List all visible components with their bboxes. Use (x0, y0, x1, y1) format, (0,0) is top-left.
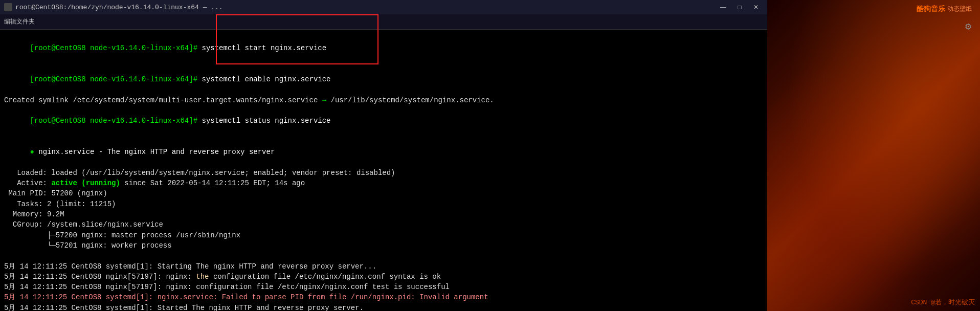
terminal-window: root@CentOS8:/home/zyh/node-v16.14.0-lin… (0, 0, 767, 311)
line-empty (4, 251, 763, 261)
line-4: [root@CentOS8 node-v16.14.0-linux-x64]# … (4, 105, 763, 137)
cmd-2: systemctl enable nginx.service (202, 75, 330, 83)
prompt-1: [root@CentOS8 node-v16.14.0-linux-x64]# (30, 44, 202, 52)
music-subtitle: 动态壁纸 (947, 5, 972, 13)
prompt-2: [root@CentOS8 node-v16.14.0-linux-x64]# (30, 75, 202, 83)
csdn-watermark: CSDN @若，时光破灭 (911, 298, 975, 307)
status-dot: ● (30, 148, 34, 156)
line-13: └─57201 nginx: worker process (4, 240, 763, 251)
log-line-3: 5月 14 12:11:25 CentOS8 nginx[57197]: ngi… (4, 282, 763, 292)
line-1: [root@CentOS8 node-v16.14.0-linux-x64]# … (4, 33, 763, 64)
toolbar-label: 编辑文件夹 (4, 17, 35, 26)
log-line-1: 5月 14 12:11:25 CentOS8 systemd[1]: Start… (4, 261, 763, 272)
music-brand: 酷狗音乐 (917, 5, 945, 14)
log-line-4: 5月 14 12:11:25 CentOS8 systemd[1]: nginx… (4, 292, 763, 302)
line-6: Loaded: loaded (/usr/lib/systemd/system/… (4, 168, 763, 178)
gear-icon: ⚙ (965, 20, 971, 33)
prompt-3: [root@CentOS8 node-v16.14.0-linux-x64]# (30, 117, 202, 125)
toolbar: 编辑文件夹 (0, 14, 767, 30)
terminal-icon (4, 3, 12, 11)
line-11: CGroup: /system.slice/nginx.service (4, 219, 763, 230)
cmd-3: systemctl status nginx.service (202, 117, 330, 125)
minimize-button[interactable]: — (716, 2, 730, 12)
service-name: nginx.service - The nginx HTTP and rever… (34, 148, 275, 156)
line-3: Created symlink /etc/systemd/system/mult… (4, 95, 763, 105)
title-bar: root@CentOS8:/home/zyh/node-v16.14.0-lin… (0, 0, 767, 14)
line-2: [root@CentOS8 node-v16.14.0-linux-x64]# … (4, 64, 763, 95)
line-5: ● nginx.service - The nginx HTTP and rev… (4, 137, 763, 168)
log-line-2: 5月 14 12:11:25 CentOS8 nginx[57197]: ngi… (4, 272, 763, 282)
active-status: active (running) (51, 179, 120, 187)
line-9: Tasks: 2 (limit: 11215) (4, 199, 763, 209)
line-8: Main PID: 57200 (nginx) (4, 188, 763, 198)
maximize-button[interactable]: □ (732, 2, 747, 12)
music-player-bar: 酷狗音乐 动态壁纸 (767, 0, 980, 18)
line-10: Memory: 9.2M (4, 209, 763, 219)
cmd-1: systemctl start nginx.service (202, 44, 326, 52)
title-bar-text: root@CentOS8:/home/zyh/node-v16.14.0-lin… (15, 4, 716, 11)
terminal-content: [root@CentOS8 node-v16.14.0-linux-x64]# … (0, 30, 767, 311)
title-bar-controls: — □ ✕ (716, 2, 763, 12)
log-line-5: 5月 14 12:11:25 CentOS8 systemd[1]: Start… (4, 303, 763, 311)
line-7: Active: active (running) since Sat 2022-… (4, 178, 763, 188)
gear-icon-container[interactable]: ⚙ (961, 18, 976, 34)
wallpaper-overlay (765, 0, 980, 311)
close-button[interactable]: ✕ (749, 2, 763, 12)
line-12: ├─57200 nginx: master process /usr/sbin/… (4, 230, 763, 240)
